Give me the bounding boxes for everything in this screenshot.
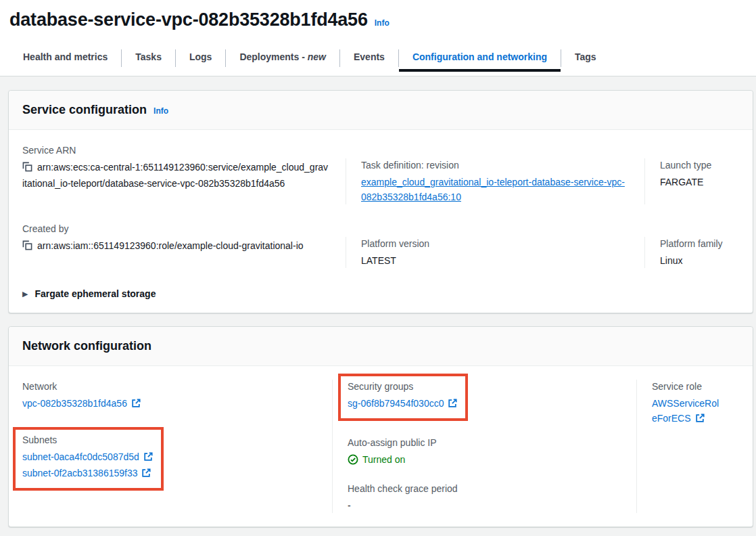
platform-family-value: Linux [660, 253, 723, 268]
service-role-column: Service role AWSServiceRoleForECS [636, 380, 739, 513]
created-by-value-wrap: arn:aws:iam::651149123960:role/example-c… [22, 238, 329, 254]
external-link-icon [131, 397, 141, 412]
service-role-link[interactable]: AWSServiceRoleForECS [652, 398, 719, 424]
auto-assign-public-ip-value: Turned on [362, 452, 405, 467]
fargate-ephemeral-storage-expander[interactable]: ▶ Fargate ephemeral storage [22, 288, 739, 299]
health-check-grace-period-label: Health check grace period [348, 482, 620, 495]
external-link-icon [448, 397, 457, 412]
network-configuration-title: Network configuration [22, 339, 151, 353]
subnet-link-2[interactable]: subnet-0f2acb31386159f33 [22, 468, 137, 478]
platform-version-field: Platform version LATEST [346, 237, 644, 268]
service-role-field: Service role AWSServiceRoleForECS [652, 380, 723, 427]
service-arn-value: arn:aws:ecs:ca-central-1:651149123960:se… [22, 162, 328, 189]
task-definition-link[interactable]: example_cloud_gravitational_io-teleport-… [361, 177, 625, 202]
network-column: Network vpc-082b35328b1fd4a56 Subnets su… [22, 380, 332, 513]
tab-logs[interactable]: Logs [176, 49, 225, 72]
launch-type-field: Launch type FARGATE [644, 158, 739, 204]
health-check-grace-period-value: - [348, 498, 620, 513]
security-groups-label: Security groups [348, 380, 457, 393]
platform-family-label: Platform family [660, 237, 723, 250]
launch-type-value: FARGATE [660, 175, 723, 189]
network-label: Network [22, 380, 316, 393]
created-by-label: Created by [22, 222, 329, 236]
auto-assign-public-ip-label: Auto-assign public IP [348, 436, 620, 449]
external-link-icon [141, 467, 151, 482]
fargate-ephemeral-storage-label: Fargate ephemeral storage [34, 288, 156, 299]
tab-events[interactable]: Events [340, 49, 398, 72]
copy-icon[interactable] [22, 161, 32, 176]
expander-caret-icon: ▶ [22, 290, 28, 298]
auto-assign-public-ip-status: Turned on [348, 452, 620, 467]
vpc-link[interactable]: vpc-082b35328b1fd4a56 [22, 398, 127, 409]
main-content: Service configuration Info Service ARN a… [0, 76, 756, 535]
security-groups-highlight-box: Security groups sg-06f8b79454f030cc0 [338, 374, 468, 421]
external-link-icon [695, 412, 705, 427]
auto-assign-public-ip-field: Auto-assign public IP Turned on [348, 436, 620, 467]
service-configuration-panel: Service configuration Info Service ARN a… [8, 90, 753, 313]
service-configuration-title: Service configuration [22, 103, 147, 117]
network-configuration-body: Network vpc-082b35328b1fd4a56 Subnets su… [9, 366, 753, 527]
service-arn-field: Service ARN arn:aws:ecs:ca-central-1:651… [22, 143, 346, 204]
tab-deployments-label: Deployments - [239, 51, 304, 62]
tab-configuration-and-networking[interactable]: Configuration and networking [399, 49, 561, 72]
external-link-icon [143, 451, 153, 466]
platform-family-field: Platform family Linux [644, 237, 739, 268]
tab-bar: Health and metrics Tasks Logs Deployment… [9, 49, 756, 76]
launch-type-label: Launch type [660, 158, 723, 172]
title-info-link[interactable]: Info [375, 18, 389, 28]
security-group-link[interactable]: sg-06f8b79454f030cc0 [348, 398, 444, 409]
service-role-label: Service role [652, 380, 723, 393]
service-arn-label: Service ARN [22, 143, 329, 157]
subnets-highlight-box: Subnets subnet-0aca4fc0dc5087d5d subnet-… [13, 427, 164, 491]
tab-tasks[interactable]: Tasks [122, 49, 175, 72]
service-configuration-info-link[interactable]: Info [153, 106, 168, 116]
service-config-row-2: Created by arn:aws:iam::651149123960:rol… [22, 222, 739, 268]
title-row: database-service-vpc-082b35328b1fd4a56 I… [9, 9, 756, 30]
created-by-field: Created by arn:aws:iam::651149123960:rol… [22, 222, 346, 268]
subnet-links: subnet-0aca4fc0dc5087d5d subnet-0f2acb31… [22, 449, 153, 482]
page-header: database-service-vpc-082b35328b1fd4a56 I… [0, 0, 756, 76]
page-title: database-service-vpc-082b35328b1fd4a56 [9, 9, 368, 30]
tab-health-and-metrics[interactable]: Health and metrics [9, 49, 121, 72]
platform-version-label: Platform version [361, 237, 628, 250]
network-config-row: Network vpc-082b35328b1fd4a56 Subnets su… [22, 380, 739, 513]
copy-icon[interactable] [22, 240, 32, 254]
service-arn-value-wrap: arn:aws:ecs:ca-central-1:651149123960:se… [22, 160, 329, 191]
network-configuration-header: Network configuration [9, 327, 753, 366]
health-check-grace-period-field: Health check grace period - [348, 482, 620, 513]
created-by-value: arn:aws:iam::651149123960:role/example-c… [37, 240, 304, 251]
service-configuration-body: Service ARN arn:aws:ecs:ca-central-1:651… [9, 130, 753, 313]
network-field: Network vpc-082b35328b1fd4a56 [22, 380, 316, 412]
subnet-link-1[interactable]: subnet-0aca4fc0dc5087d5d [22, 451, 139, 462]
task-definition-label: Task definition: revision [361, 158, 628, 172]
tab-deployments-new-badge: new [308, 51, 326, 62]
service-config-row-1: Service ARN arn:aws:ecs:ca-central-1:651… [22, 143, 739, 204]
success-check-icon [348, 454, 358, 465]
tab-deployments[interactable]: Deployments - new [226, 49, 339, 72]
task-definition-field: Task definition: revision example_cloud_… [346, 158, 644, 204]
tab-tags[interactable]: Tags [561, 49, 610, 72]
security-column: Security groups sg-06f8b79454f030cc0 Aut… [332, 380, 636, 513]
subnets-label: Subnets [22, 433, 153, 447]
platform-version-value: LATEST [361, 253, 628, 268]
service-configuration-header: Service configuration Info [9, 91, 753, 130]
network-configuration-panel: Network configuration Network vpc-082b35… [8, 326, 753, 527]
